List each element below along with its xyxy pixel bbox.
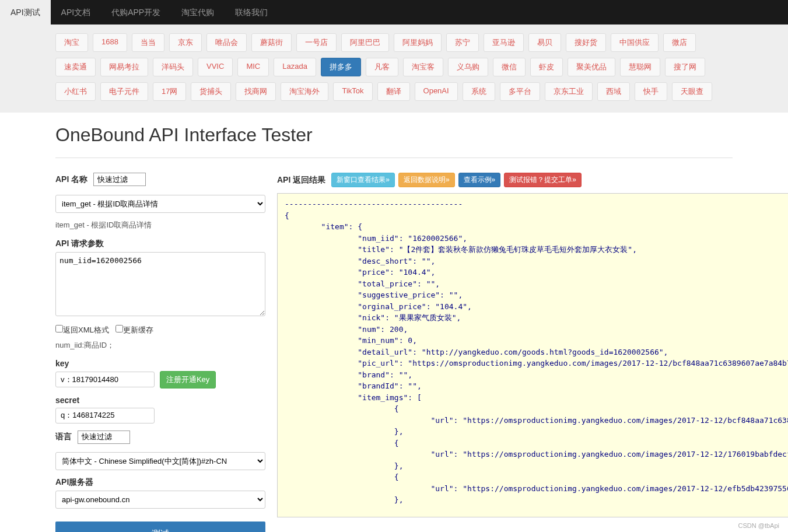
platform-button[interactable]: TikTok — [333, 82, 372, 101]
platform-button[interactable]: 阿里巴巴 — [341, 33, 389, 52]
platform-button[interactable]: 洋码头 — [153, 58, 193, 76]
result-label: API 返回结果 — [277, 175, 325, 186]
platform-button[interactable]: 微信 — [493, 58, 526, 76]
platform-button[interactable]: MIC — [237, 58, 269, 76]
platform-button[interactable]: 网易考拉 — [100, 58, 148, 76]
platform-button[interactable]: 淘宝客 — [403, 58, 443, 76]
submit-ticket-button[interactable]: 测试报错？提交工单» — [504, 173, 582, 187]
test-button[interactable]: 测试 — [55, 522, 265, 532]
new-window-button[interactable]: 新窗口查看结果» — [331, 173, 395, 187]
secret-label: secret — [55, 396, 79, 405]
platform-button[interactable]: 淘宝海外 — [281, 82, 328, 101]
platform-button[interactable]: 快手 — [635, 82, 667, 101]
platform-button[interactable]: 找商网 — [236, 82, 276, 101]
platform-button[interactable]: 小红书 — [55, 82, 96, 101]
platform-button[interactable]: 拼多多 — [321, 58, 361, 76]
platform-button[interactable]: 慧聪网 — [620, 58, 660, 76]
server-label: API服务器 — [55, 477, 93, 488]
platform-button[interactable]: 系统 — [463, 82, 495, 101]
watermark: CSDN @tbApi — [738, 522, 779, 529]
param-hint: num_iid:商品ID； — [55, 340, 265, 351]
api-name-label: API 名称 — [55, 174, 87, 185]
platform-button[interactable]: OpenAI — [415, 82, 458, 101]
right-panel: API 返回结果 新窗口查看结果» 返回数据说明» 查看示例» 测试报错？提交工… — [277, 173, 788, 532]
platform-button[interactable]: 搜了网 — [665, 58, 705, 76]
platform-button[interactable]: 搜好货 — [566, 33, 606, 52]
platform-button[interactable]: 天眼查 — [672, 82, 712, 101]
top-nav-item[interactable]: 淘宝代购 — [171, 0, 225, 24]
platform-button[interactable]: 翻译 — [377, 82, 410, 101]
platform-button[interactable]: 多平台 — [500, 82, 540, 101]
server-select[interactable]: api-gw.onebound.cn — [55, 491, 265, 509]
platform-button[interactable]: 亚马逊 — [484, 33, 524, 52]
platform-button[interactable]: 当当 — [132, 33, 164, 52]
params-textarea[interactable] — [55, 252, 265, 316]
xml-checkbox[interactable] — [55, 325, 63, 332]
platform-button[interactable]: 中国供应 — [611, 33, 659, 52]
data-desc-button[interactable]: 返回数据说明» — [398, 173, 455, 187]
platform-button[interactable]: 义乌购 — [448, 58, 488, 76]
platform-button[interactable]: 京东 — [169, 33, 202, 52]
view-example-button[interactable]: 查看示例» — [458, 173, 501, 187]
platform-button[interactable]: 唯品会 — [206, 33, 247, 52]
platform-button[interactable]: 货捕头 — [191, 82, 231, 101]
api-select[interactable]: item_get - 根据ID取商品详情 — [55, 195, 265, 213]
page-title: OneBound API Interface Tester — [55, 124, 733, 158]
api-name-filter[interactable] — [93, 173, 146, 186]
platform-button[interactable]: 易贝 — [528, 33, 561, 52]
platform-button[interactable]: 聚美优品 — [568, 58, 615, 76]
platform-button[interactable]: VVIC — [198, 58, 233, 76]
left-panel: API 名称 item_get - 根据ID取商品详情 item_get - 根… — [55, 173, 265, 532]
platform-button[interactable]: 电子元件 — [100, 82, 148, 101]
platform-button[interactable]: 虾皮 — [530, 58, 563, 76]
platform-button[interactable]: 17网 — [153, 82, 186, 101]
cache-checkbox[interactable] — [115, 325, 123, 332]
lang-label: 语言 — [55, 432, 72, 442]
secret-input[interactable] — [55, 408, 155, 424]
top-nav-item[interactable]: API测试 — [0, 0, 51, 24]
platform-button[interactable]: 京东工业 — [545, 82, 593, 101]
cache-checkbox-label[interactable]: 更新缓存 — [115, 326, 153, 334]
lang-select[interactable]: 简体中文 - Chinese Simplified(中文[简体])#zh-CN — [55, 452, 265, 470]
platform-button[interactable]: 淘宝 — [55, 33, 88, 52]
platform-button[interactable]: 一号店 — [296, 33, 337, 52]
platform-button[interactable]: Lazada — [274, 58, 316, 76]
lang-filter[interactable] — [78, 430, 130, 444]
top-nav-item[interactable]: 联络我们 — [225, 0, 278, 24]
platform-bar: 淘宝1688当当京东唯品会蘑菇街一号店阿里巴巴阿里妈妈苏宁亚马逊易贝搜好货中国供… — [0, 24, 788, 113]
register-key-button[interactable]: 注册开通Key — [160, 371, 216, 388]
params-label: API 请求参数 — [55, 239, 104, 249]
api-desc: item_get - 根据ID取商品详情 — [55, 220, 265, 230]
platform-button[interactable]: 凡客 — [366, 58, 398, 76]
platform-button[interactable]: 阿里妈妈 — [394, 33, 442, 52]
platform-button[interactable]: 速卖通 — [55, 58, 96, 76]
platform-button[interactable]: 1688 — [93, 33, 127, 52]
top-nav-item[interactable]: 代购APP开发 — [101, 0, 171, 24]
key-input[interactable] — [55, 372, 155, 387]
key-label: key — [55, 359, 69, 368]
platform-button[interactable]: 西域 — [597, 82, 630, 101]
xml-checkbox-label[interactable]: 返回XML格式 — [55, 326, 109, 334]
top-nav-item[interactable]: API文档 — [51, 0, 101, 24]
platform-button[interactable]: 蘑菇街 — [251, 33, 292, 52]
top-nav: API测试API文档代购APP开发淘宝代购联络我们 — [0, 0, 788, 24]
json-output[interactable]: --------------------------------------- … — [277, 193, 788, 517]
platform-button[interactable]: 苏宁 — [446, 33, 479, 52]
platform-button[interactable]: 微店 — [663, 33, 696, 52]
